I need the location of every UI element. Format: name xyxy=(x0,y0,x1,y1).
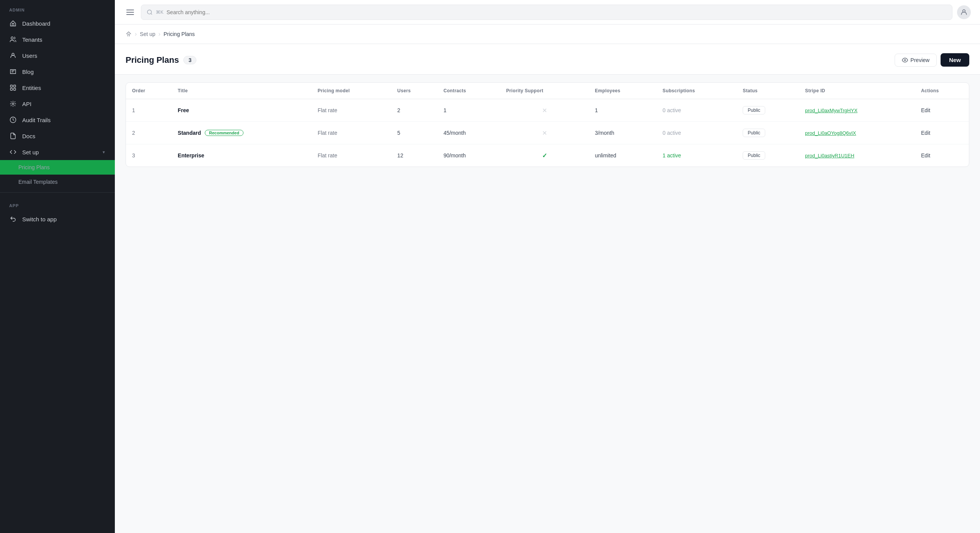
sidebar-item-docs[interactable]: Docs xyxy=(0,128,115,144)
sidebar-item-label: Audit Trails xyxy=(22,117,51,123)
avatar[interactable] xyxy=(957,5,971,19)
home-icon xyxy=(9,20,17,27)
sidebar-item-label: Entities xyxy=(22,85,41,91)
main-content: ⌘K › Set up › Pricing Plans Pricing Plan… xyxy=(115,0,980,533)
chevron-down-icon: ▼ xyxy=(102,150,106,154)
col-contracts: Contracts xyxy=(437,83,500,99)
sidebar-item-api[interactable]: API xyxy=(0,96,115,112)
search-shortcut: ⌘K xyxy=(156,10,163,15)
sidebar-item-label: API xyxy=(22,101,31,107)
cell-employees: 3/month xyxy=(589,122,657,144)
sidebar-item-blog[interactable]: Blog xyxy=(0,64,115,80)
sidebar-item-label: Email Templates xyxy=(18,179,57,185)
cell-employees: unlimited xyxy=(589,144,657,167)
stripe-id-link[interactable]: prod_Li0aOYog8Q6vIX xyxy=(805,130,856,136)
cell-pricing-model: Flat rate xyxy=(312,144,391,167)
cell-priority-support: ✓ xyxy=(500,144,589,167)
breadcrumb: › Set up › Pricing Plans xyxy=(115,25,980,44)
search-bar[interactable]: ⌘K xyxy=(141,5,952,20)
svg-rect-2 xyxy=(10,85,12,87)
edit-link[interactable]: Edit xyxy=(921,107,930,113)
cell-order: 1 xyxy=(126,99,172,122)
eye-icon xyxy=(902,57,908,63)
cell-stripe-id: prod_Li0aOYog8Q6vIX xyxy=(799,122,915,144)
breadcrumb-separator: › xyxy=(135,31,137,38)
x-icon: ✕ xyxy=(542,130,547,136)
cell-users: 12 xyxy=(391,144,438,167)
sidebar-item-setup[interactable]: Set up ▼ xyxy=(0,144,115,160)
cell-title: Free xyxy=(172,99,311,122)
breadcrumb-separator-2: › xyxy=(158,31,160,38)
stripe-id-link[interactable]: prod_Li0axMywTrgHYX xyxy=(805,108,858,113)
topbar: ⌘K xyxy=(115,0,980,25)
cell-users: 5 xyxy=(391,122,438,144)
sidebar-item-email-templates[interactable]: Email Templates xyxy=(0,175,115,189)
cell-contracts: 45/month xyxy=(437,122,500,144)
svg-rect-4 xyxy=(10,88,12,90)
cell-status: Public xyxy=(737,122,799,144)
entities-icon xyxy=(9,84,17,92)
cell-priority-support: ✕ xyxy=(500,99,589,122)
svg-point-8 xyxy=(147,10,152,14)
stripe-id-link[interactable]: prod_Li0astiyR1U1EH xyxy=(805,153,854,159)
table-row: 1 Free Flat rate 2 1 ✕ 1 0 active Public… xyxy=(126,99,969,122)
sidebar-item-audit-trails[interactable]: Audit Trails xyxy=(0,112,115,128)
cell-action: Edit xyxy=(915,144,969,167)
users-icon xyxy=(9,52,17,59)
home-icon xyxy=(126,31,132,37)
sidebar-item-entities[interactable]: Entities xyxy=(0,80,115,96)
sidebar-item-label: Docs xyxy=(22,133,35,139)
menu-button[interactable] xyxy=(124,7,136,17)
cell-stripe-id: prod_Li0astiyR1U1EH xyxy=(799,144,915,167)
page-title: Pricing Plans xyxy=(126,55,179,65)
check-icon: ✓ xyxy=(542,152,547,159)
cell-status: Public xyxy=(737,144,799,167)
col-status: Status xyxy=(737,83,799,99)
cell-pricing-model: Flat rate xyxy=(312,99,391,122)
col-order: Order xyxy=(126,83,172,99)
cell-action: Edit xyxy=(915,122,969,144)
sidebar-item-dashboard[interactable]: Dashboard xyxy=(0,15,115,31)
new-button[interactable]: New xyxy=(941,53,969,67)
table-row: 2 Standard Recommended Flat rate 5 45/mo… xyxy=(126,122,969,144)
svg-point-11 xyxy=(904,59,906,61)
header-actions: Preview New xyxy=(895,53,969,67)
col-pricing-model: Pricing model xyxy=(312,83,391,99)
cell-pricing-model: Flat rate xyxy=(312,122,391,144)
sidebar-item-tenants[interactable]: Tenants xyxy=(0,31,115,47)
setup-icon xyxy=(9,148,17,156)
docs-icon xyxy=(9,132,17,140)
search-icon xyxy=(147,9,153,15)
cell-order: 2 xyxy=(126,122,172,144)
sidebar-item-pricing-plans[interactable]: Pricing Plans xyxy=(0,160,115,175)
preview-button[interactable]: Preview xyxy=(895,54,937,67)
count-badge: 3 xyxy=(183,56,196,64)
sidebar-item-users[interactable]: Users xyxy=(0,47,115,64)
cell-title: Enterprise xyxy=(172,144,311,167)
svg-rect-3 xyxy=(14,85,16,87)
breadcrumb-setup[interactable]: Set up xyxy=(140,31,155,37)
cell-contracts: 1 xyxy=(437,99,500,122)
edit-link[interactable]: Edit xyxy=(921,152,930,159)
breadcrumb-home[interactable] xyxy=(126,31,132,37)
cell-status: Public xyxy=(737,99,799,122)
cell-employees: 1 xyxy=(589,99,657,122)
edit-link[interactable]: Edit xyxy=(921,130,930,136)
tenants-icon xyxy=(9,36,17,43)
switch-icon xyxy=(9,215,17,223)
cell-users: 2 xyxy=(391,99,438,122)
blog-icon xyxy=(9,68,17,75)
api-icon xyxy=(9,100,17,108)
col-priority-support: Priority Support xyxy=(500,83,589,99)
search-input[interactable] xyxy=(167,9,947,15)
sidebar-item-label: Switch to app xyxy=(22,216,57,222)
cell-priority-support: ✕ xyxy=(500,122,589,144)
sidebar-item-switch-to-app[interactable]: Switch to app xyxy=(0,211,115,227)
user-icon xyxy=(960,8,968,16)
col-title: Title xyxy=(172,83,311,99)
cell-contracts: 90/month xyxy=(437,144,500,167)
content-area: › Set up › Pricing Plans Pricing Plans 3… xyxy=(115,25,980,533)
cell-stripe-id: prod_Li0axMywTrgHYX xyxy=(799,99,915,122)
cell-title: Standard Recommended xyxy=(172,122,311,144)
cell-subscriptions: 0 active xyxy=(657,122,737,144)
